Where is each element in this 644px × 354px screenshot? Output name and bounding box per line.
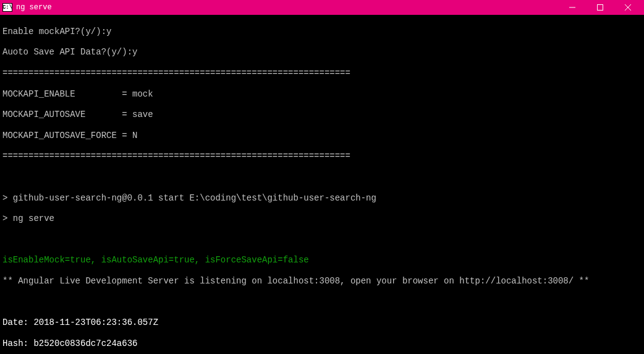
dev-server-line: ** Angular Live Development Server is li… bbox=[2, 276, 642, 287]
window-title: ng serve bbox=[16, 3, 558, 12]
flags-line: isEnableMock=true, isAutoSaveApi=true, i… bbox=[2, 255, 642, 266]
app-icon: C:\ bbox=[2, 3, 12, 12]
terminal-output[interactable]: Enable mockAPI?(y/):y Auoto Save API Dat… bbox=[0, 15, 644, 354]
ng-serve: > ng serve bbox=[2, 214, 642, 224]
close-button[interactable] bbox=[614, 0, 642, 15]
minimize-button[interactable] bbox=[558, 0, 586, 15]
blank bbox=[2, 235, 642, 245]
divider: ========================================… bbox=[2, 151, 642, 162]
prompt-autosave: Auoto Save API Data?(y/):y bbox=[2, 47, 642, 58]
env-mockapi-enable: MOCKAPI_ENABLE = mock bbox=[2, 89, 642, 100]
env-mockapi-autosave: MOCKAPI_AUTOSAVE = save bbox=[2, 110, 642, 120]
env-mockapi-force: MOCKAPI_AUTOSAVE_FORCE = N bbox=[2, 131, 642, 141]
build-hash: Hash: b2520c0836dc7c24a636 bbox=[2, 339, 642, 349]
blank bbox=[2, 172, 642, 183]
npm-start: > github-user-search-ng@0.0.1 start E:\c… bbox=[2, 193, 642, 204]
maximize-button[interactable] bbox=[586, 0, 614, 15]
blank bbox=[2, 297, 642, 308]
window-titlebar: C:\ ng serve bbox=[0, 0, 644, 15]
divider: ========================================… bbox=[2, 68, 642, 79]
svg-rect-1 bbox=[597, 5, 603, 11]
build-date: Date: 2018-11-23T06:23:36.057Z bbox=[2, 317, 642, 328]
prompt-enable-mock: Enable mockAPI?(y/):y bbox=[2, 27, 642, 37]
window-controls bbox=[558, 0, 642, 15]
